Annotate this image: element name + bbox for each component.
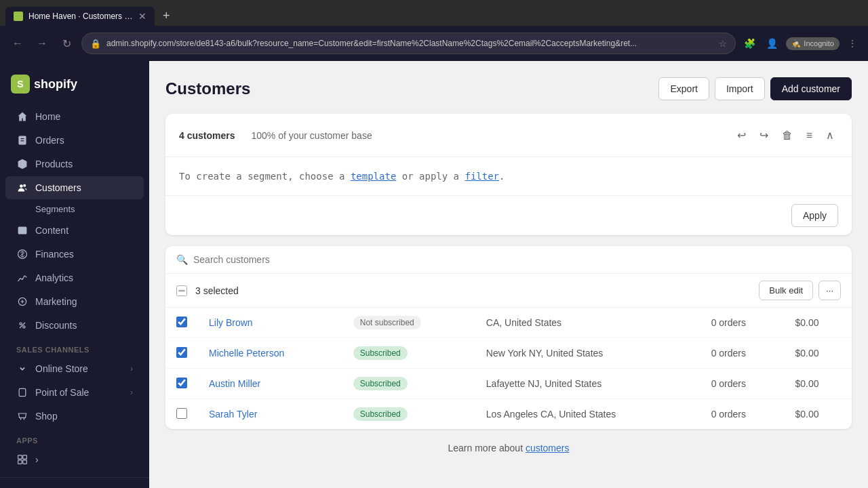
row-checkbox-2[interactable] bbox=[176, 378, 187, 388]
sidebar-item-marketing[interactable]: Marketing bbox=[5, 290, 144, 313]
shop-icon bbox=[16, 410, 28, 422]
chevron-right-icon-2: › bbox=[130, 388, 133, 397]
sidebar-item-settings[interactable]: Settings bbox=[11, 484, 138, 488]
card-header-actions: ↩ ↪ 🗑 ≡ ∧ bbox=[733, 125, 838, 146]
svg-rect-11 bbox=[23, 455, 27, 460]
filter-link[interactable]: filter bbox=[465, 171, 499, 182]
import-button[interactable]: Import bbox=[715, 77, 765, 100]
analytics-icon bbox=[16, 272, 28, 284]
customer-name-3[interactable]: Sarah Tyler bbox=[209, 409, 257, 420]
menu-button[interactable]: ⋮ bbox=[845, 35, 860, 52]
delete-segment-button[interactable]: 🗑 bbox=[778, 125, 797, 146]
chevron-right-icon: › bbox=[130, 364, 133, 373]
select-all-checkbox[interactable] bbox=[176, 285, 187, 296]
back-button[interactable]: ← bbox=[8, 34, 27, 53]
refresh-button[interactable]: ↻ bbox=[57, 34, 76, 53]
template-link[interactable]: template bbox=[351, 171, 396, 182]
tab-close-icon[interactable]: ✕ bbox=[138, 11, 146, 22]
customer-name-1[interactable]: Michelle Peterson bbox=[209, 348, 284, 359]
subscription-cell: Subscribed bbox=[342, 399, 475, 430]
page-header: Customers Export Import Add customer bbox=[165, 77, 852, 100]
header-actions: Export Import Add customer bbox=[658, 77, 852, 100]
sidebar-label-shop: Shop bbox=[35, 411, 58, 422]
customer-base-pct: 100% of your customer base bbox=[251, 130, 372, 141]
sidebar-item-finances[interactable]: Finances bbox=[5, 243, 144, 266]
sidebar-item-analytics[interactable]: Analytics bbox=[5, 266, 144, 289]
row-checkbox-cell bbox=[165, 308, 198, 338]
sidebar-item-apps[interactable]: › bbox=[5, 448, 144, 471]
sidebar-item-content[interactable]: Content bbox=[5, 219, 144, 242]
sidebar-expand-icon: › bbox=[35, 454, 39, 465]
sidebar-item-shop[interactable]: Shop bbox=[5, 405, 144, 428]
content-icon bbox=[16, 224, 28, 237]
customers-learn-more-link[interactable]: customers bbox=[526, 443, 570, 453]
amount-cell-3: $0.00 bbox=[784, 399, 852, 430]
sidebar-label-online-store: Online Store bbox=[35, 363, 88, 374]
svg-rect-9 bbox=[19, 388, 26, 396]
svg-rect-12 bbox=[18, 460, 22, 464]
main-content: Customers Export Import Add customer 4 c… bbox=[149, 61, 868, 488]
sidebar-item-segments[interactable]: Segments bbox=[5, 200, 144, 218]
customer-count: 4 customers bbox=[179, 130, 235, 141]
filter-button[interactable]: ≡ bbox=[802, 125, 816, 146]
sidebar-item-orders[interactable]: Orders bbox=[5, 129, 144, 152]
incognito-badge: 🕵️ Incognito bbox=[786, 37, 840, 50]
sidebar-label-marketing: Marketing bbox=[35, 296, 77, 307]
marketing-icon bbox=[16, 296, 28, 308]
sidebar-item-discounts[interactable]: Discounts bbox=[5, 314, 144, 337]
row-checkbox-3[interactable] bbox=[176, 408, 187, 419]
sidebar-item-home[interactable]: Home bbox=[5, 105, 144, 128]
customer-name-0[interactable]: Lily Brown bbox=[209, 317, 253, 328]
hint-middle: or apply a bbox=[396, 171, 465, 182]
lock-icon: 🔒 bbox=[90, 39, 101, 49]
search-input[interactable] bbox=[193, 254, 841, 265]
tab-favicon bbox=[14, 12, 23, 21]
sidebar-footer: Settings bbox=[0, 477, 149, 488]
customer-name-cell: Michelle Peterson bbox=[198, 338, 342, 369]
svg-rect-0 bbox=[18, 136, 26, 145]
apps-icon bbox=[16, 453, 28, 466]
page-title: Customers bbox=[165, 79, 250, 98]
segment-footer: Apply bbox=[165, 195, 852, 235]
amount-cell-0: $0.00 bbox=[784, 308, 852, 338]
browser-toolbar: ← → ↻ 🔒 admin.shopify.com/store/de8143-a… bbox=[0, 26, 868, 61]
row-checkbox-cell bbox=[165, 399, 198, 430]
row-checkbox-0[interactable] bbox=[176, 317, 187, 327]
url-bar[interactable]: 🔒 admin.shopify.com/store/de8143-a6/bulk… bbox=[81, 33, 736, 54]
sidebar: S shopify Home Orders Produc bbox=[0, 61, 149, 488]
extensions-button[interactable]: 🧩 bbox=[741, 35, 758, 52]
profile-button[interactable]: 👤 bbox=[764, 35, 781, 52]
customers-table: Lily Brown Not subscribed CA, United Sta… bbox=[165, 308, 852, 429]
sidebar-label-finances: Finances bbox=[35, 249, 74, 260]
row-checkbox-1[interactable] bbox=[176, 347, 187, 358]
sales-channels-expand-icon bbox=[16, 363, 28, 375]
active-tab[interactable]: Home Haven · Customers · Sho... ✕ bbox=[5, 7, 155, 26]
bookmark-icon[interactable]: ☆ bbox=[719, 39, 727, 49]
redo-button[interactable]: ↪ bbox=[755, 125, 772, 146]
sidebar-item-sales-channels[interactable]: Online Store › bbox=[5, 357, 144, 380]
table-search: 🔍 bbox=[165, 246, 852, 274]
new-tab-button[interactable]: + bbox=[157, 6, 176, 26]
bulk-edit-button[interactable]: Bulk edit bbox=[759, 281, 813, 300]
sidebar-item-products[interactable]: Products bbox=[5, 152, 144, 176]
apply-button[interactable]: Apply bbox=[791, 204, 838, 227]
svg-rect-10 bbox=[18, 455, 22, 460]
subscription-badge-3: Subscribed bbox=[353, 407, 408, 421]
segment-card-header: 4 customers 100% of your customer base ↩… bbox=[165, 114, 852, 157]
sidebar-item-point-of-sale[interactable]: Point of Sale › bbox=[5, 381, 144, 404]
undo-button[interactable]: ↩ bbox=[733, 125, 750, 146]
row-checkbox-cell bbox=[165, 369, 198, 399]
finances-icon bbox=[16, 248, 28, 260]
collapse-button[interactable]: ∧ bbox=[822, 125, 838, 146]
customer-name-cell: Lily Brown bbox=[198, 308, 342, 338]
add-customer-button[interactable]: Add customer bbox=[770, 77, 852, 100]
amount-cell-1: $0.00 bbox=[784, 338, 852, 369]
selected-count: 3 selected bbox=[195, 285, 239, 296]
sidebar-item-customers[interactable]: Customers bbox=[5, 176, 144, 199]
app-layout: S shopify Home Orders Produc bbox=[0, 61, 868, 488]
export-button[interactable]: Export bbox=[658, 77, 709, 100]
customer-name-cell: Austin Miller bbox=[198, 369, 342, 399]
forward-button[interactable]: → bbox=[33, 34, 52, 53]
customer-name-2[interactable]: Austin Miller bbox=[209, 378, 260, 389]
more-actions-button[interactable]: ··· bbox=[818, 281, 841, 300]
